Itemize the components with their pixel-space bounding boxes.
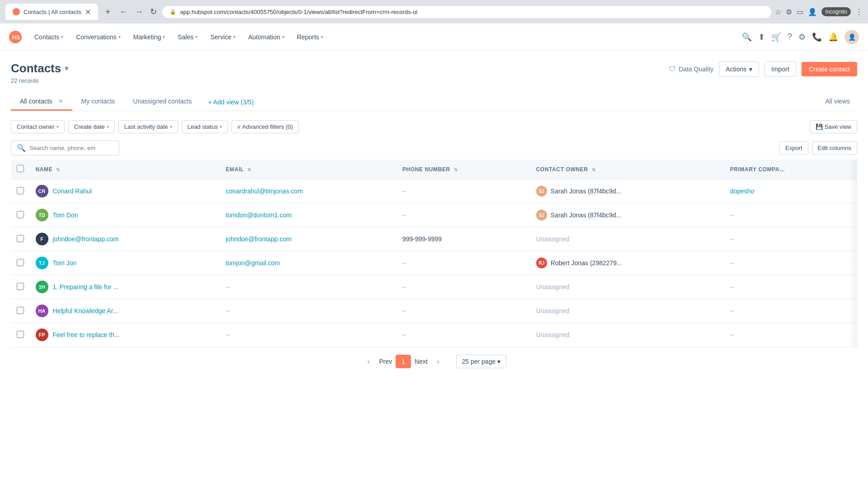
contact-email-link[interactable]: conardrahul@timjonas.com (226, 188, 303, 195)
search-icon: 🔍 (17, 144, 26, 152)
settings-nav-button[interactable]: ⚙ (798, 32, 806, 42)
create-date-filter[interactable]: Create date ▾ (68, 120, 115, 133)
tab-unassigned-contacts[interactable]: Unassigned contacts (124, 93, 201, 111)
upgrade-nav-button[interactable]: ⬆ (758, 32, 765, 42)
all-views-button[interactable]: All views (818, 93, 857, 111)
user-avatar[interactable]: 👤 (844, 30, 859, 44)
edit-columns-button[interactable]: Edit columns (812, 141, 857, 155)
prev-page-button[interactable]: ‹ (362, 355, 376, 368)
new-tab-button[interactable]: + (102, 5, 114, 19)
export-button[interactable]: Export (779, 141, 808, 155)
row-checkbox-5[interactable] (17, 307, 24, 314)
row-checkbox-0[interactable] (17, 187, 24, 194)
contact-owner-filter[interactable]: Contact owner ▾ (11, 120, 65, 133)
import-button[interactable]: Import (764, 61, 796, 77)
menu-icon[interactable]: ⋮ (855, 8, 863, 16)
nav-item-conversations[interactable]: Conversations ▾ (71, 30, 126, 44)
company-column-header[interactable]: PRIMARY COMPA... (724, 160, 857, 179)
contact-name-link[interactable]: Tom Jon (53, 259, 77, 267)
per-page-chevron-icon: ▾ (497, 358, 500, 365)
select-all-header[interactable] (11, 160, 29, 179)
email-column-header[interactable]: EMAIL ⇅ (219, 160, 396, 179)
contact-name-link[interactable]: Feel free to replace th... (53, 331, 120, 338)
tab-close-btn[interactable]: ✕ (85, 8, 91, 16)
contact-name-link[interactable]: Helpful Knowledge Ar... (53, 307, 118, 314)
row-checkbox-3[interactable] (17, 259, 24, 266)
nav-item-automation[interactable]: Automation ▾ (243, 30, 290, 44)
star-icon[interactable]: ☆ (775, 8, 781, 16)
notifications-nav-button[interactable]: 🔔 (828, 32, 838, 42)
nav-item-marketing[interactable]: Marketing ▾ (128, 30, 170, 44)
tab-all-contacts-close[interactable]: ✕ (58, 98, 63, 105)
table-toolbar: 🔍 Export Edit columns (11, 141, 857, 155)
email-empty: -- (226, 283, 230, 291)
table-row: CR Conard Rahul conardrahul@timjonas.com… (11, 179, 857, 203)
lead-status-filter[interactable]: Lead status ▾ (182, 120, 228, 133)
save-view-button[interactable]: 💾 Save view (810, 120, 857, 133)
add-view-label: + Add view (3/5) (208, 99, 254, 106)
nav-item-contacts[interactable]: Contacts ▾ (29, 30, 69, 44)
actions-button[interactable]: Actions ▾ (719, 61, 759, 77)
search-nav-button[interactable]: 🔍 (742, 32, 752, 42)
contact-name-cell: TJ Tom Jon (36, 257, 213, 269)
address-bar[interactable]: 🔒 app.hubspot.com/contacts/40055750/obje… (162, 6, 771, 18)
settings-icon[interactable]: ⚙ (786, 8, 792, 16)
contacts-chevron-icon: ▾ (61, 34, 63, 39)
contact-email-link[interactable]: tomdon@dontom1.com (226, 211, 292, 219)
row-checkbox-2[interactable] (17, 235, 24, 242)
back-button[interactable]: ← (118, 5, 129, 19)
contact-name-link[interactable]: johndoe@frontapp.com (53, 235, 119, 243)
name-sort-icon: ⇅ (56, 167, 60, 172)
owner-column-header[interactable]: CONTACT OWNER ⇅ (530, 160, 724, 179)
search-input[interactable] (29, 145, 113, 151)
tab-all-contacts[interactable]: All contacts ✕ (11, 93, 72, 111)
data-quality-button[interactable]: 🛡 Data Quality (669, 65, 713, 73)
unassigned-label: Unassigned (536, 307, 570, 314)
contact-avatar: TD (36, 209, 48, 221)
hubspot-logo[interactable]: HS (9, 31, 22, 43)
tab-my-contacts[interactable]: My contacts (72, 93, 124, 111)
svg-text:HS: HS (12, 34, 20, 41)
automation-nav-label: Automation (248, 33, 280, 41)
nav-item-service[interactable]: Service ▾ (205, 30, 241, 44)
browser-tab[interactable]: Contacts | All contacts ✕ (5, 4, 98, 20)
row-checkbox-6[interactable] (17, 331, 24, 338)
app-nav: HS Contacts ▾ Conversations ▾ Marketing … (0, 23, 868, 51)
next-page-button[interactable]: › (431, 355, 445, 368)
nav-item-sales[interactable]: Sales ▾ (172, 30, 203, 44)
last-activity-filter[interactable]: Last activity date ▾ (118, 120, 178, 133)
row-checkbox-1[interactable] (17, 211, 24, 218)
row-checkbox-4[interactable] (17, 283, 24, 290)
export-label: Export (785, 145, 802, 151)
add-view-button[interactable]: + Add view (3/5) (201, 93, 261, 111)
page-title[interactable]: Contacts ▾ (11, 61, 68, 75)
table-row: F johndoe@frontapp.com johndoe@frontapp.… (11, 227, 857, 251)
sidebar-icon[interactable]: ▭ (797, 8, 803, 16)
per-page-button[interactable]: 25 per page ▾ (456, 355, 507, 368)
contact-name-link[interactable]: Tom Don (53, 211, 78, 219)
forward-button[interactable]: → (133, 5, 145, 19)
contact-name-link[interactable]: 1. Preparing a file for ... (53, 283, 119, 291)
page-1-button[interactable]: 1 (396, 355, 411, 368)
help-nav-button[interactable]: ? (788, 32, 792, 42)
tab-all-contacts-label: All contacts (20, 98, 52, 105)
contact-email-link[interactable]: johndoe@frontapp.com (226, 235, 292, 243)
contact-email-link[interactable]: tomjon@gmail.com (226, 259, 280, 267)
nav-item-reports[interactable]: Reports ▾ (292, 30, 329, 44)
select-all-checkbox[interactable] (17, 165, 24, 172)
user-circle-icon: 👤 (808, 8, 817, 16)
incognito-badge: Incognito (821, 7, 851, 16)
reload-button[interactable]: ↻ (148, 5, 159, 19)
advanced-filters-button[interactable]: ≡ Advanced filters (0) (231, 120, 299, 133)
contact-name-link[interactable]: Conard Rahul (53, 188, 92, 195)
phone-column-header[interactable]: PHONE NUMBER ⇅ (396, 160, 530, 179)
owner-name: Sarah Jonas (87f4bc9d... (551, 211, 621, 219)
contact-avatar: 1H (36, 281, 48, 293)
conversations-nav-label: Conversations (76, 33, 117, 41)
name-column-header[interactable]: NAME ⇅ (29, 160, 220, 179)
search-bar[interactable]: 🔍 (11, 141, 119, 155)
phone-nav-button[interactable]: 📞 (812, 32, 822, 42)
marketplace-nav-button[interactable]: 🛒 (771, 32, 781, 42)
create-contact-button[interactable]: Create contact (802, 62, 857, 76)
company-link[interactable]: dopesho (730, 188, 755, 195)
